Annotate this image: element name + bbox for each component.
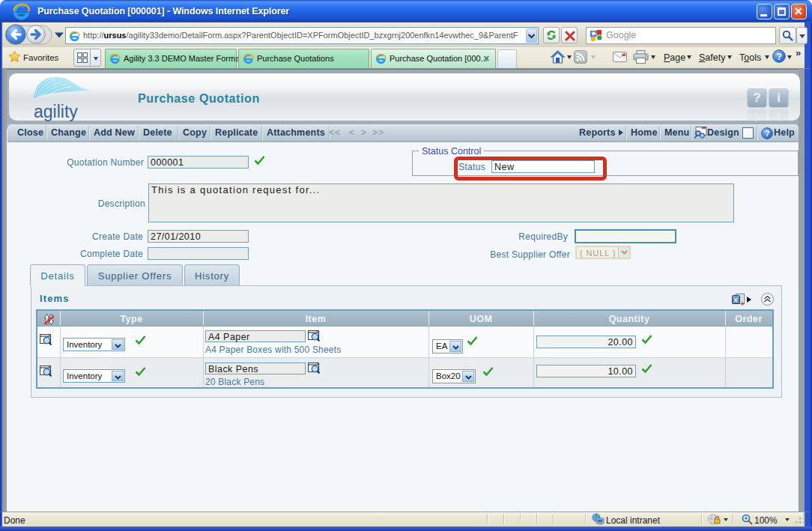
svg-text:X: X: [733, 296, 739, 304]
svg-text:?: ?: [765, 129, 770, 138]
svg-text:?: ?: [777, 52, 782, 62]
svg-text:agility: agility: [34, 102, 78, 121]
